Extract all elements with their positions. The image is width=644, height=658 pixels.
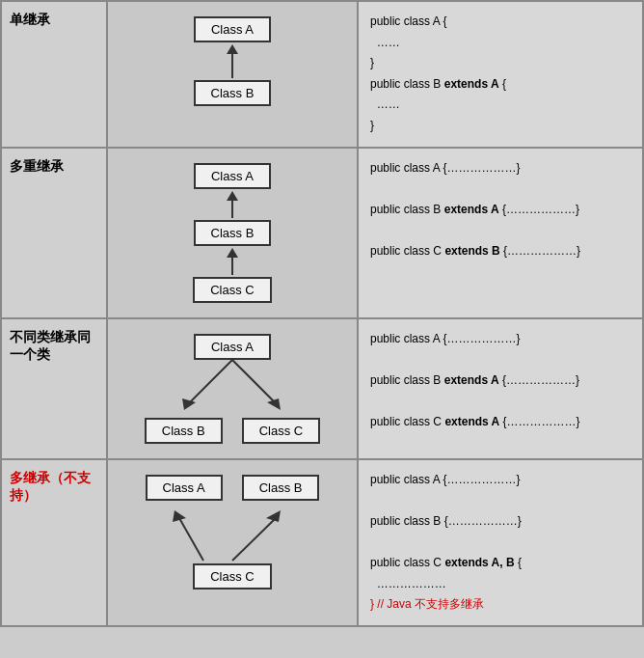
- label-same-parent: 不同类继承同一个类: [1, 318, 107, 459]
- arrowhead-multi-2: [227, 248, 238, 258]
- ml-code-1: public class A {………………}: [370, 158, 631, 179]
- multi-inherit-diagram: Class A Class B Class C: [118, 475, 347, 589]
- arrowhead-multi-1: [227, 191, 238, 201]
- mi-code-7: } // Java 不支持多继承: [370, 594, 631, 616]
- class-box-a-single: Class A: [194, 16, 271, 42]
- class-c-mi-wrapper: Class C: [193, 563, 272, 589]
- sp-code-4: [370, 391, 631, 412]
- class-box-c-mi: Class C: [193, 563, 272, 589]
- svg-line-0: [189, 360, 232, 403]
- ml-code-3: public class B extends A {………………}: [370, 200, 631, 221]
- code-same-parent: public class A {………………} public class B e…: [358, 318, 643, 459]
- arrowline-single: [231, 54, 233, 78]
- class-box-a-mi: Class A: [146, 475, 223, 501]
- code-multi-inherit: public class A {………………} public class B {…: [358, 459, 643, 626]
- class-box-b-mi: Class B: [242, 475, 320, 501]
- ml-code-2: [370, 178, 631, 200]
- single-diagram: Class A Class B: [118, 16, 347, 106]
- sp-code-5: public class C extends A {………………}: [370, 412, 631, 433]
- svg-marker-3: [267, 398, 281, 410]
- svg-line-4: [179, 518, 203, 561]
- code-line-5: ……: [370, 95, 631, 116]
- code-line-6: }: [370, 116, 631, 137]
- ml-code-5: public class C extends B {………………}: [370, 241, 631, 262]
- class-box-a-multi: Class A: [194, 163, 271, 189]
- multi-inherit-arrows-svg: [126, 501, 338, 563]
- code-line-1: public class A {: [370, 12, 631, 33]
- code-line-2: ……: [370, 33, 631, 54]
- arrowhead-single: [227, 44, 238, 54]
- sp-code-3: public class B extends A {………………}: [370, 370, 631, 392]
- mi-code-2: [370, 490, 631, 511]
- label-multilevel: 多重继承: [1, 148, 107, 318]
- two-children-same: Class B Class C: [145, 418, 320, 444]
- diagram-multilevel: Class A Class B Class C: [107, 148, 358, 318]
- arrowline-multi-2: [231, 258, 233, 275]
- svg-line-6: [232, 518, 276, 561]
- mi-code-3: public class B {………………}: [370, 511, 631, 533]
- class-box-c-multi: Class C: [193, 277, 272, 303]
- svg-marker-1: [182, 398, 196, 410]
- mi-code-6: ………………: [370, 574, 631, 595]
- code-line-3: }: [370, 53, 631, 74]
- ml-code-4: [370, 220, 631, 241]
- svg-marker-5: [173, 510, 186, 522]
- arrow-single: [227, 44, 238, 78]
- multilevel-diagram: Class A Class B Class C: [118, 163, 347, 303]
- two-parents: Class A Class B: [146, 475, 320, 501]
- svg-line-2: [232, 360, 276, 403]
- class-box-c-same: Class C: [242, 418, 321, 444]
- sp-code-2: [370, 349, 631, 370]
- same-parent-arrows-svg: [136, 360, 329, 418]
- diagram-single-inheritance: Class A Class B: [107, 1, 358, 148]
- label-multi-inherit: 多继承（不支持）: [1, 459, 107, 626]
- arrow-multi-2: [227, 248, 238, 275]
- code-line-4: public class B extends A {: [370, 74, 631, 96]
- mi-code-1: public class A {………………}: [370, 470, 631, 491]
- code-multilevel: public class A {………………} public class B e…: [358, 148, 643, 318]
- same-parent-diagram: Class A Class B Class C: [118, 334, 347, 444]
- class-box-b-multi: Class B: [194, 220, 272, 246]
- mi-code-4: [370, 532, 631, 553]
- arrow-multi-1: [227, 191, 238, 218]
- diagram-same-parent: Class A Class B Class C: [107, 318, 358, 459]
- svg-marker-7: [266, 510, 281, 522]
- class-box-b-same: Class B: [145, 418, 223, 444]
- class-box-a-same: Class A: [194, 334, 271, 360]
- diagram-multi-inherit: Class A Class B Class C: [107, 459, 358, 626]
- arrowline-multi-1: [231, 201, 233, 218]
- sp-code-1: public class A {………………}: [370, 329, 631, 350]
- label-single-inheritance: 单继承: [1, 1, 107, 148]
- class-box-b-single: Class B: [194, 80, 272, 106]
- mi-code-5: public class C extends A, B {: [370, 553, 631, 574]
- code-single-inheritance: public class A { …… } public class B ext…: [358, 1, 643, 148]
